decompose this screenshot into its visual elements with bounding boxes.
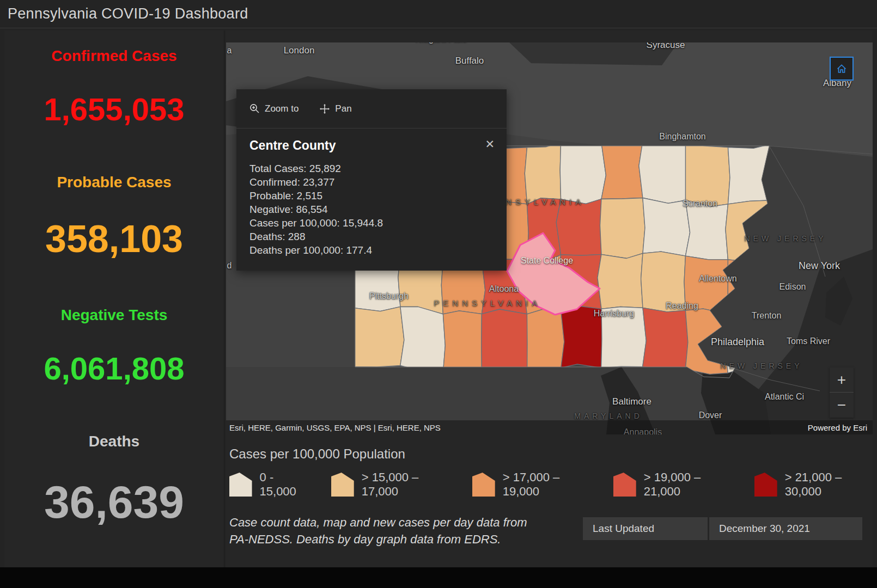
stat-value: 1,655,053 (4, 94, 224, 125)
legend-label: > 21,000 – 30,000 (785, 470, 873, 499)
legend-label: 0 - 15,000 (260, 470, 308, 499)
home-icon (835, 62, 848, 75)
county-polygon[interactable] (598, 253, 643, 309)
county-polygon[interactable] (600, 198, 645, 259)
legend-item: > 15,000 – 17,000 (331, 470, 449, 499)
right-column: PENNSYLVANIAPENNSYLVANIANEW JERSEYNEW JE… (226, 30, 873, 567)
source-note: Case count data, map and new cases per d… (229, 514, 540, 548)
county-polygon[interactable] (561, 306, 602, 368)
legend-item: > 21,000 – 30,000 (754, 470, 873, 499)
stat-label: Negative Tests (4, 306, 224, 324)
county-polygon[interactable] (400, 307, 446, 372)
popup-action-bar: Zoom to Pan (236, 89, 507, 128)
county-polygon[interactable] (527, 309, 564, 373)
last-updated: Last Updated December 30, 2021 (583, 517, 862, 540)
attribution-text: Esri, HERE, Garmin, USGS, EPA, NPS | Esr… (229, 423, 441, 432)
county-popup: Zoom to Pan (236, 89, 507, 271)
legend-items: 0 - 15,000> 15,000 – 17,000> 17,000 – 19… (229, 470, 873, 499)
county-polygon[interactable] (601, 138, 643, 199)
stat-label: Deaths (4, 432, 224, 451)
zoom-to-label: Zoom to (265, 103, 299, 114)
legend-title: Cases per 100,000 Population (229, 446, 873, 462)
legend-item: > 19,000 – 21,000 (613, 470, 732, 499)
county-polygon[interactable] (643, 198, 690, 256)
home-button[interactable] (830, 57, 854, 81)
header: Pennsylvania COVID-19 Dashboard (0, 0, 877, 28)
county-polygon[interactable] (560, 142, 606, 204)
county-polygon[interactable] (643, 308, 688, 369)
county-polygon[interactable] (641, 252, 686, 312)
page-title: Pennsylvania COVID-19 Dashboard (8, 5, 248, 22)
popup-stat-line: Total Cases: 25,892 (249, 162, 494, 175)
footer-bar (0, 567, 877, 588)
legend-label: > 19,000 – 21,000 (644, 470, 732, 499)
magnifier-plus-icon (249, 103, 260, 114)
legend: Cases per 100,000 Population 0 - 15,000>… (229, 446, 873, 499)
stat-value: 36,639 (4, 479, 224, 525)
powered-by-esri: Powered by Esri (808, 423, 867, 432)
popup-stat-line: Deaths per 100,000: 177.4 (249, 243, 494, 257)
county-polygon[interactable] (482, 309, 527, 373)
legend-swatch-icon (229, 473, 252, 497)
legend-swatch-icon (331, 473, 354, 497)
stat-value: 358,103 (4, 220, 224, 258)
last-updated-label: Last Updated (583, 517, 708, 540)
stat-label: Probable Cases (4, 173, 224, 192)
legend-label: > 17,000 – 19,000 (503, 470, 590, 499)
legend-item: 0 - 15,000 (229, 470, 308, 499)
zoom-to-button[interactable]: Zoom to (249, 103, 299, 114)
popup-stat-line: Cases per 100,000: 15,944.8 (249, 216, 494, 230)
popup-stat-line: Confirmed: 23,377 (249, 175, 494, 189)
stat-block-deaths: Deaths36,639 (4, 432, 224, 525)
legend-swatch-icon (754, 473, 777, 497)
map-panel[interactable]: PENNSYLVANIAPENNSYLVANIANEW JERSEYNEW JE… (226, 42, 873, 434)
pan-arrows-icon (319, 103, 330, 114)
below-map-row: Case count data, map and new cases per d… (229, 514, 873, 548)
last-updated-value: December 30, 2021 (709, 517, 862, 540)
zoom-control: + − (830, 367, 854, 418)
zoom-out-button[interactable]: − (830, 393, 854, 418)
legend-swatch-icon (613, 473, 636, 497)
popup-stat-line: Negative: 86,554 (249, 203, 494, 216)
county-polygon[interactable] (443, 311, 482, 373)
pan-label: Pan (335, 103, 351, 114)
county-polygon[interactable] (556, 199, 601, 256)
popup-stat-line: Deaths: 288 (249, 230, 494, 243)
county-polygon[interactable] (352, 307, 404, 367)
popup-stat-line: Probable: 2,515 (249, 189, 494, 203)
legend-swatch-icon (472, 473, 495, 497)
county-polygon[interactable] (685, 200, 728, 260)
close-icon[interactable]: ✕ (483, 136, 497, 152)
zoom-in-button[interactable]: + (830, 367, 854, 393)
county-polygon[interactable] (525, 143, 561, 204)
stat-block-confirmed: Confirmed Cases1,655,053 (4, 47, 224, 125)
legend-label: > 15,000 – 17,000 (362, 470, 449, 499)
stat-block-negative: Negative Tests6,061,808 (4, 306, 224, 384)
county-polygon[interactable] (686, 144, 730, 206)
map-attribution-bar: Esri, HERE, Garmin, USGS, EPA, NPS | Esr… (226, 420, 873, 434)
popup-title: Centre County (249, 138, 494, 153)
popup-body: Centre County ✕ Total Cases: 25,892Confi… (236, 128, 507, 257)
stat-value: 6,061,808 (4, 353, 224, 384)
stat-block-probable: Probable Cases358,103 (4, 173, 224, 258)
stats-panel: Confirmed Cases1,655,053Probable Cases35… (4, 30, 224, 567)
county-polygon[interactable] (639, 142, 686, 204)
pan-button[interactable]: Pan (319, 103, 351, 114)
legend-item: > 17,000 – 19,000 (472, 470, 590, 499)
popup-stats: Total Cases: 25,892Confirmed: 23,377Prob… (249, 162, 494, 257)
dashboard-root: Pennsylvania COVID-19 Dashboard Confirme… (0, 0, 877, 588)
county-polygon[interactable] (601, 307, 647, 368)
stat-label: Confirmed Cases (4, 47, 224, 65)
